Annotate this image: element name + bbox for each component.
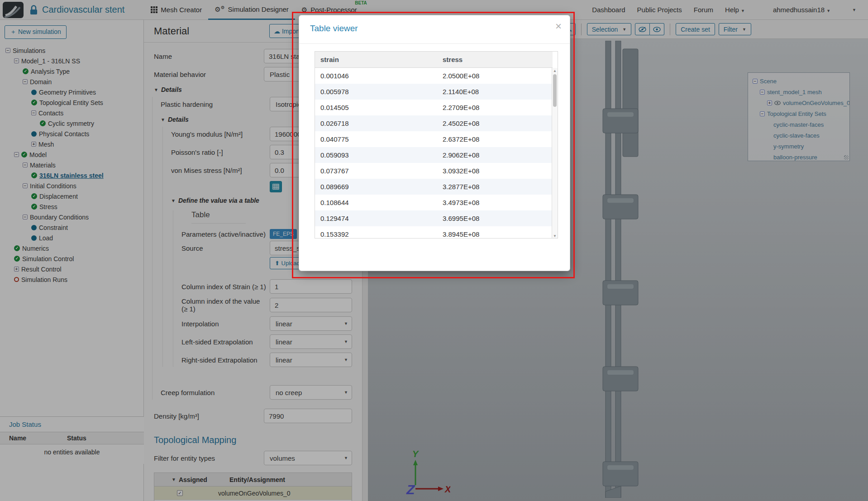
table-row[interactable]: 0.0407752.6372E+08 [315,131,553,147]
modal-title: Table viewer [299,15,570,33]
cell-strain: 0.026718 [315,119,437,127]
close-icon[interactable]: × [555,21,562,32]
cell-strain: 0.059093 [315,151,437,159]
cell-strain: 0.108644 [315,199,437,206]
strain-column-header: strain [315,56,437,63]
cell-strain: 0.089669 [315,183,437,191]
table-header-row: strain stress [315,52,553,68]
table-row[interactable]: 0.0590932.9062E+08 [315,147,553,163]
cell-strain: 0.005978 [315,88,437,95]
table-body: 0.0010462.0500E+080.0059782.1140E+080.01… [315,68,553,239]
cell-strain: 0.129474 [315,215,437,222]
table-row[interactable]: 0.0896693.2877E+08 [315,179,553,195]
cell-stress: 2.2709E+08 [437,104,553,111]
cell-strain: 0.153392 [315,230,437,238]
table-scrollbar[interactable]: ▲ ▼ [552,68,558,239]
table-row[interactable]: 0.0059782.1140E+08 [315,84,553,100]
table-row[interactable]: 0.0145052.2709E+08 [315,100,553,115]
cell-stress: 3.4973E+08 [437,199,553,206]
table-row[interactable]: 0.0737673.0932E+08 [315,163,553,179]
scroll-up-icon[interactable]: ▲ [552,69,558,73]
cell-stress: 2.4502E+08 [437,119,553,127]
stress-column-header: stress [437,56,553,63]
cell-strain: 0.040775 [315,135,437,143]
table-viewer-modal: Table viewer × strain stress 0.0010462.0… [299,15,570,271]
cell-stress: 2.6372E+08 [437,135,553,143]
cell-stress: 2.0500E+08 [437,72,553,80]
table-scrollbar-thumb[interactable] [553,74,557,107]
table-row[interactable]: 0.0010462.0500E+08 [315,68,553,84]
modal-divider [299,43,570,44]
cell-stress: 2.1140E+08 [437,88,553,95]
cell-stress: 2.9062E+08 [437,151,553,159]
cell-stress: 3.8945E+08 [437,230,553,238]
cell-strain: 0.014505 [315,104,437,111]
cell-stress: 3.0932E+08 [437,167,553,175]
cell-strain: 0.001046 [315,72,437,80]
strain-stress-table: strain stress 0.0010462.0500E+080.005978… [315,51,558,239]
table-row[interactable]: 0.0267182.4502E+08 [315,115,553,131]
cell-stress: 3.6995E+08 [437,215,553,222]
table-row[interactable]: 0.1533923.8945E+08 [315,226,553,239]
cell-strain: 0.073767 [315,167,437,175]
cell-stress: 3.2877E+08 [437,183,553,191]
table-row[interactable]: 0.1086443.4973E+08 [315,195,553,210]
table-row[interactable]: 0.1294743.6995E+08 [315,210,553,226]
scroll-down-icon[interactable]: ▼ [552,234,558,238]
